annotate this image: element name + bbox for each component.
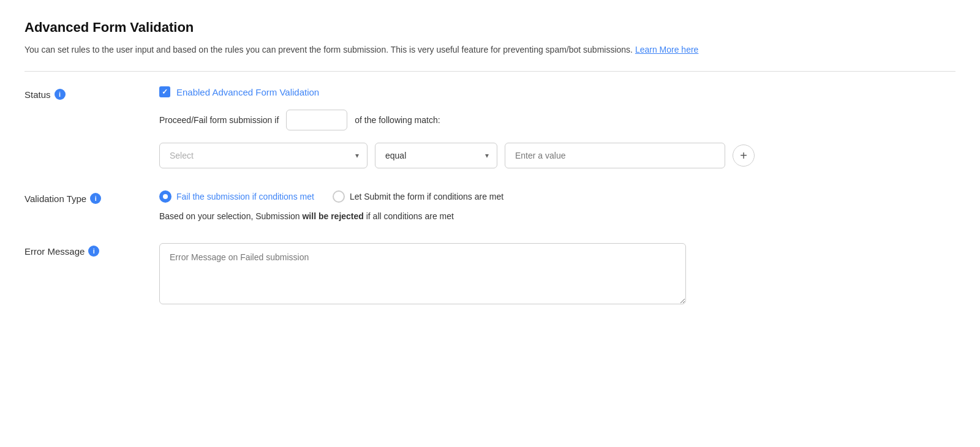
status-content: Enabled Advanced Form Validation Proceed… [159,86,956,168]
operator-select[interactable]: equal not equal contains not contains st… [375,143,497,168]
let-submit-label: Let Submit the form if conditions are me… [350,192,503,201]
rule-row: Select ▾ equal not equal contains not co… [159,143,956,168]
let-submit-radio[interactable] [333,190,345,203]
page-description: You can set rules to the user input and … [24,43,956,56]
status-label-text: Status [24,89,51,100]
proceed-text-before: Proceed/Fail form submission if [159,115,279,125]
validation-description-end: if all conditions are met [366,211,454,221]
validation-type-section: Validation Type i Fail the submission if… [24,190,956,221]
let-submit-option[interactable]: Let Submit the form if conditions are me… [333,190,503,203]
validation-type-label-text: Validation Type [24,193,86,204]
error-message-info-icon[interactable]: i [88,246,99,257]
operator-select-wrapper: equal not equal contains not contains st… [375,143,497,168]
validation-description-bold: will be rejected [302,211,363,221]
field-select-wrapper: Select ▾ [159,143,368,168]
validation-type-info-icon[interactable]: i [90,193,101,204]
fail-submission-radio[interactable] [159,190,172,203]
error-message-content [159,243,956,306]
learn-more-link[interactable]: Learn More here [635,45,699,54]
error-message-label-text: Error Message [24,246,85,257]
status-info-icon[interactable]: i [55,89,66,100]
section-divider [24,71,956,72]
status-section: Status i Enabled Advanced Form Validatio… [24,86,956,168]
fail-submission-option[interactable]: Fail the submission if conditions met [159,190,314,203]
fail-submission-label: Fail the submission if conditions met [176,192,314,201]
validation-type-label-col: Validation Type i [24,190,159,204]
error-message-textarea[interactable] [159,243,686,304]
enable-validation-row: Enabled Advanced Form Validation [159,86,956,97]
status-label-col: Status i [24,86,159,100]
all-conditions-select[interactable]: All Any [286,110,347,130]
field-select[interactable]: Select [159,143,368,168]
proceed-fail-row: Proceed/Fail form submission if All Any … [159,110,956,130]
validation-type-content: Fail the submission if conditions met Le… [159,190,956,221]
all-select-wrapper: All Any [286,110,347,130]
error-message-label-col: Error Message i [24,243,159,257]
page-title: Advanced Form Validation [24,20,956,36]
enable-validation-checkbox[interactable] [159,86,170,97]
enable-validation-label: Enabled Advanced Form Validation [176,87,319,97]
proceed-text-after: of the following match: [355,115,440,125]
validation-type-radio-group: Fail the submission if conditions met Le… [159,190,956,203]
value-input[interactable] [505,143,725,168]
error-message-section: Error Message i [24,243,956,306]
add-rule-button[interactable]: + [733,145,755,167]
validation-description: Based on your selection, Submission will… [159,211,956,221]
